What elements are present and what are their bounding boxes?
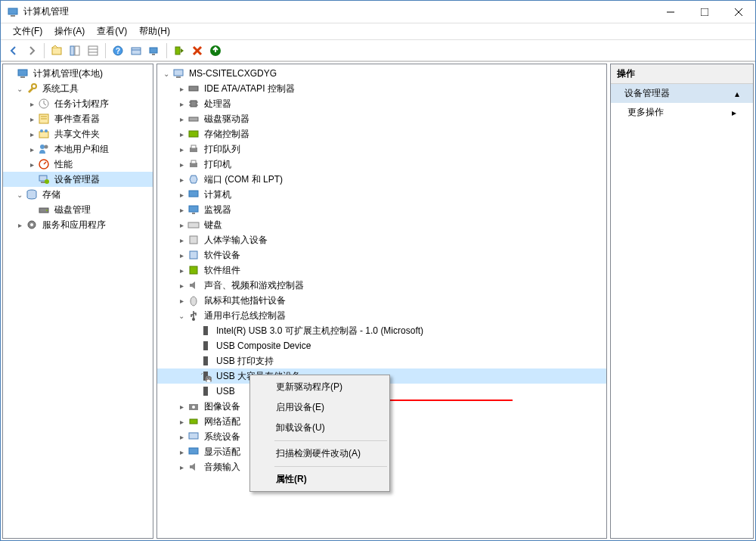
tree-system-tools[interactable]: ⌄ 系统工具 bbox=[3, 81, 153, 96]
device-hid[interactable]: ▸人体学输入设备 bbox=[157, 232, 606, 247]
view-toolbar-button[interactable] bbox=[128, 42, 144, 59]
device-usb-xhci[interactable]: Intel(R) USB 3.0 可扩展主机控制器 - 1.0 (Microso… bbox=[157, 323, 606, 338]
collapse-icon: ▴ bbox=[735, 89, 739, 99]
expand-icon[interactable]: ▸ bbox=[26, 145, 38, 154]
collapse-icon[interactable]: ⌄ bbox=[14, 85, 26, 93]
expand-icon[interactable]: ▸ bbox=[175, 145, 187, 154]
svg-rect-59 bbox=[189, 206, 198, 212]
expand-icon[interactable]: ▸ bbox=[175, 221, 187, 229]
window-controls bbox=[653, 1, 755, 23]
context-scan-hardware[interactable]: 扫描检测硬件改动(A) bbox=[252, 443, 388, 464]
expand-icon[interactable]: ▸ bbox=[175, 281, 187, 290]
expand-icon[interactable]: ▸ bbox=[26, 160, 38, 169]
device-printers[interactable]: ▸打印机 bbox=[157, 157, 606, 172]
expand-icon[interactable]: ▸ bbox=[175, 266, 187, 275]
device-ide[interactable]: ▸IDE ATA/ATAPI 控制器 bbox=[157, 81, 606, 96]
device-root[interactable]: ⌄MS-CSITELCXGDYG bbox=[157, 66, 606, 81]
context-update-driver[interactable]: 更新驱动程序(P) bbox=[252, 377, 388, 397]
menu-help[interactable]: 帮助(H) bbox=[133, 23, 176, 39]
device-usb-print[interactable]: USB 打印支持 bbox=[157, 353, 606, 368]
device-print-queues[interactable]: ▸打印队列 bbox=[157, 141, 606, 157]
actions-main[interactable]: 设备管理器 ▴ bbox=[611, 84, 753, 103]
list-toolbar-button[interactable] bbox=[85, 42, 101, 59]
device-keyboards[interactable]: ▸键盘 bbox=[157, 217, 606, 232]
update-toolbar-button[interactable] bbox=[207, 42, 224, 59]
expand-icon[interactable]: ▸ bbox=[175, 100, 187, 108]
context-properties[interactable]: 属性(R) bbox=[252, 469, 388, 490]
show-hide-tree-button[interactable] bbox=[48, 42, 65, 59]
tree-disk-management[interactable]: ▸ 磁盘管理 bbox=[3, 202, 153, 217]
context-uninstall-device[interactable]: 卸载设备(U) bbox=[252, 418, 388, 438]
tree-event-viewer[interactable]: ▸ 事件查看器 bbox=[3, 111, 153, 126]
expand-icon[interactable]: ▸ bbox=[175, 130, 187, 138]
device-processors[interactable]: ▸处理器 bbox=[157, 96, 606, 111]
expand-icon[interactable]: ▸ bbox=[175, 448, 187, 456]
svg-rect-60 bbox=[192, 213, 195, 214]
expand-icon[interactable]: ▸ bbox=[175, 160, 187, 169]
tree-root[interactable]: ▸ 计算机管理(本地) bbox=[3, 66, 153, 81]
device-label: 软件组件 bbox=[203, 263, 242, 278]
usb-device-icon bbox=[200, 325, 212, 337]
expand-icon[interactable]: ▸ bbox=[175, 191, 187, 199]
help-toolbar-button[interactable]: ? bbox=[110, 42, 126, 59]
device-computer[interactable]: ▸计算机 bbox=[157, 187, 606, 202]
back-button[interactable] bbox=[5, 42, 22, 59]
menu-action[interactable]: 操作(A) bbox=[48, 23, 91, 39]
device-mice[interactable]: ▸鼠标和其他指针设备 bbox=[157, 293, 606, 308]
expand-icon[interactable]: ▸ bbox=[175, 297, 187, 305]
device-ports[interactable]: ▸端口 (COM 和 LPT) bbox=[157, 172, 606, 187]
expand-icon[interactable]: ▸ bbox=[175, 176, 187, 184]
collapse-icon[interactable]: ⌄ bbox=[14, 191, 26, 199]
close-button[interactable] bbox=[721, 1, 755, 23]
collapse-icon[interactable]: ⌄ bbox=[175, 312, 187, 320]
main-window: 计算机管理 文件(F) 操作(A) 查看(V) 帮助(H) ? bbox=[0, 0, 756, 541]
collapse-icon[interactable]: ⌄ bbox=[160, 70, 172, 78]
props-toolbar-button[interactable] bbox=[67, 42, 83, 59]
expand-icon[interactable]: ▸ bbox=[175, 85, 187, 93]
navigation-tree[interactable]: ▸ 计算机管理(本地) ⌄ 系统工具 ▸ 任务计划程序 ▸ 事件 bbox=[3, 64, 153, 234]
computer-icon bbox=[172, 67, 184, 79]
svg-rect-52 bbox=[189, 117, 198, 121]
display-icon bbox=[187, 446, 200, 458]
enable-toolbar-button[interactable] bbox=[171, 42, 187, 59]
device-usb-composite[interactable]: USB Composite Device bbox=[157, 338, 606, 353]
forward-button[interactable] bbox=[23, 42, 40, 59]
maximize-button[interactable] bbox=[687, 1, 721, 23]
expand-icon[interactable]: ▸ bbox=[175, 115, 187, 123]
disable-toolbar-button[interactable] bbox=[189, 42, 206, 59]
context-enable-device[interactable]: 启用设备(E) bbox=[252, 397, 388, 418]
expand-icon[interactable]: ▸ bbox=[175, 418, 187, 426]
device-usb-controllers[interactable]: ⌄通用串行总线控制器 bbox=[157, 308, 606, 323]
usb-icon bbox=[187, 309, 200, 322]
device-storage-controllers[interactable]: ▸存储控制器 bbox=[157, 126, 606, 141]
tree-services[interactable]: ▸ 服务和应用程序 bbox=[3, 217, 153, 232]
menu-file[interactable]: 文件(F) bbox=[7, 23, 48, 39]
tree-device-manager[interactable]: ▸ 设备管理器 bbox=[3, 172, 153, 187]
expand-icon[interactable]: ▸ bbox=[26, 115, 38, 123]
expand-icon[interactable]: ▸ bbox=[26, 100, 38, 108]
tree-local-users[interactable]: ▸ 本地用户和组 bbox=[3, 141, 153, 157]
actions-main-label: 设备管理器 bbox=[624, 87, 670, 100]
device-software-devices[interactable]: ▸软件设备 bbox=[157, 247, 606, 263]
navigation-tree-pane: ▸ 计算机管理(本地) ⌄ 系统工具 ▸ 任务计划程序 ▸ 事件 bbox=[2, 64, 153, 539]
device-software-components[interactable]: ▸软件组件 bbox=[157, 263, 606, 278]
tree-shared-folders[interactable]: ▸ 共享文件夹 bbox=[3, 126, 153, 141]
expand-icon[interactable]: ▸ bbox=[175, 206, 187, 214]
expand-icon[interactable]: ▸ bbox=[14, 221, 26, 229]
minimize-button[interactable] bbox=[653, 1, 687, 23]
device-audio[interactable]: ▸声音、视频和游戏控制器 bbox=[157, 278, 606, 293]
tree-storage[interactable]: ⌄ 存储 bbox=[3, 187, 153, 202]
actions-more[interactable]: 更多操作 ▸ bbox=[611, 103, 753, 122]
tree-performance[interactable]: ▸ 性能 bbox=[3, 157, 153, 172]
tree-task-scheduler[interactable]: ▸ 任务计划程序 bbox=[3, 96, 153, 111]
menu-view[interactable]: 查看(V) bbox=[91, 23, 133, 39]
expand-icon[interactable]: ▸ bbox=[175, 251, 187, 260]
expand-icon[interactable]: ▸ bbox=[26, 130, 38, 138]
expand-icon[interactable]: ▸ bbox=[175, 403, 187, 411]
expand-icon[interactable]: ▸ bbox=[175, 463, 187, 471]
expand-icon[interactable]: ▸ bbox=[175, 236, 187, 244]
device-monitors[interactable]: ▸监视器 bbox=[157, 202, 606, 217]
device-disk-drives[interactable]: ▸磁盘驱动器 bbox=[157, 111, 606, 126]
expand-icon[interactable]: ▸ bbox=[175, 433, 187, 441]
scan-toolbar-button[interactable] bbox=[146, 42, 163, 59]
